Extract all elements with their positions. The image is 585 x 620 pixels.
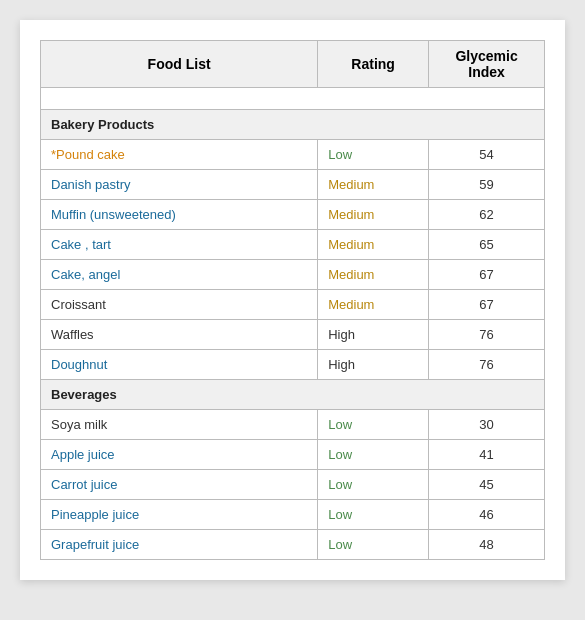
col-header-gi: Glycemic Index — [429, 41, 545, 88]
table-row: Danish pastryMedium59 — [41, 170, 545, 200]
table-row: DoughnutHigh76 — [41, 350, 545, 380]
table-row: Grapefruit juiceLow48 — [41, 530, 545, 560]
rating-cell-1-4: Low — [318, 530, 429, 560]
table-row: *Pound cakeLow54 — [41, 140, 545, 170]
rating-cell-0-1: Medium — [318, 170, 429, 200]
table-row: Apple juiceLow41 — [41, 440, 545, 470]
rating-cell-0-6: High — [318, 320, 429, 350]
table-header-row: Food List Rating Glycemic Index — [41, 41, 545, 88]
food-link[interactable]: Danish pastry — [51, 177, 130, 192]
gi-cell-0-1: 59 — [429, 170, 545, 200]
rating-cell-0-3: Medium — [318, 230, 429, 260]
table-row: Soya milkLow30 — [41, 410, 545, 440]
food-cell-0-1[interactable]: Danish pastry — [41, 170, 318, 200]
food-link[interactable]: Muffin (unsweetened) — [51, 207, 176, 222]
food-cell-0-7[interactable]: Doughnut — [41, 350, 318, 380]
table-row: CroissantMedium67 — [41, 290, 545, 320]
table-row: Carrot juiceLow45 — [41, 470, 545, 500]
food-cell-1-3[interactable]: Pineapple juice — [41, 500, 318, 530]
food-cell-0-4[interactable]: Cake, angel — [41, 260, 318, 290]
gi-cell-1-4: 48 — [429, 530, 545, 560]
food-link[interactable]: Grapefruit juice — [51, 537, 139, 552]
food-cell-1-1[interactable]: Apple juice — [41, 440, 318, 470]
gi-cell-1-0: 30 — [429, 410, 545, 440]
table-row: Muffin (unsweetened)Medium62 — [41, 200, 545, 230]
section-header-0: Bakery Products — [41, 110, 545, 140]
food-cell-1-2[interactable]: Carrot juice — [41, 470, 318, 500]
food-cell-0-0[interactable]: *Pound cake — [41, 140, 318, 170]
page-container: Food List Rating Glycemic Index Bakery P… — [20, 20, 565, 580]
food-cell-1-0: Soya milk — [41, 410, 318, 440]
gi-cell-0-3: 65 — [429, 230, 545, 260]
rating-cell-1-2: Low — [318, 470, 429, 500]
food-link[interactable]: Doughnut — [51, 357, 107, 372]
table-row: Pineapple juiceLow46 — [41, 500, 545, 530]
section-header-1: Beverages — [41, 380, 545, 410]
food-cell-1-4[interactable]: Grapefruit juice — [41, 530, 318, 560]
rating-cell-0-0: Low — [318, 140, 429, 170]
rating-cell-1-1: Low — [318, 440, 429, 470]
gi-cell-1-2: 45 — [429, 470, 545, 500]
rating-cell-0-5: Medium — [318, 290, 429, 320]
rating-cell-1-3: Low — [318, 500, 429, 530]
col-header-food: Food List — [41, 41, 318, 88]
food-cell-0-3[interactable]: Cake , tart — [41, 230, 318, 260]
gi-cell-0-6: 76 — [429, 320, 545, 350]
gi-cell-0-5: 67 — [429, 290, 545, 320]
table-row: WafflesHigh76 — [41, 320, 545, 350]
food-cell-0-5: Croissant — [41, 290, 318, 320]
section-label-0: Bakery Products — [41, 110, 545, 140]
rating-cell-0-2: Medium — [318, 200, 429, 230]
rating-cell-1-0: Low — [318, 410, 429, 440]
gi-cell-0-7: 76 — [429, 350, 545, 380]
col-header-rating: Rating — [318, 41, 429, 88]
food-table: Food List Rating Glycemic Index Bakery P… — [40, 40, 545, 560]
rating-cell-0-7: High — [318, 350, 429, 380]
table-row: Cake, angelMedium67 — [41, 260, 545, 290]
food-cell-0-6: Waffles — [41, 320, 318, 350]
food-link[interactable]: Cake, angel — [51, 267, 120, 282]
food-link[interactable]: Pineapple juice — [51, 507, 139, 522]
gi-cell-1-1: 41 — [429, 440, 545, 470]
section-label-1: Beverages — [41, 380, 545, 410]
header-spacer-row — [41, 88, 545, 110]
gi-cell-0-0: 54 — [429, 140, 545, 170]
food-link[interactable]: *Pound cake — [51, 147, 125, 162]
food-link[interactable]: Apple juice — [51, 447, 115, 462]
gi-cell-0-4: 67 — [429, 260, 545, 290]
food-link[interactable]: Carrot juice — [51, 477, 117, 492]
food-link[interactable]: Cake , tart — [51, 237, 111, 252]
gi-cell-1-3: 46 — [429, 500, 545, 530]
food-cell-0-2[interactable]: Muffin (unsweetened) — [41, 200, 318, 230]
table-row: Cake , tartMedium65 — [41, 230, 545, 260]
rating-cell-0-4: Medium — [318, 260, 429, 290]
gi-cell-0-2: 62 — [429, 200, 545, 230]
